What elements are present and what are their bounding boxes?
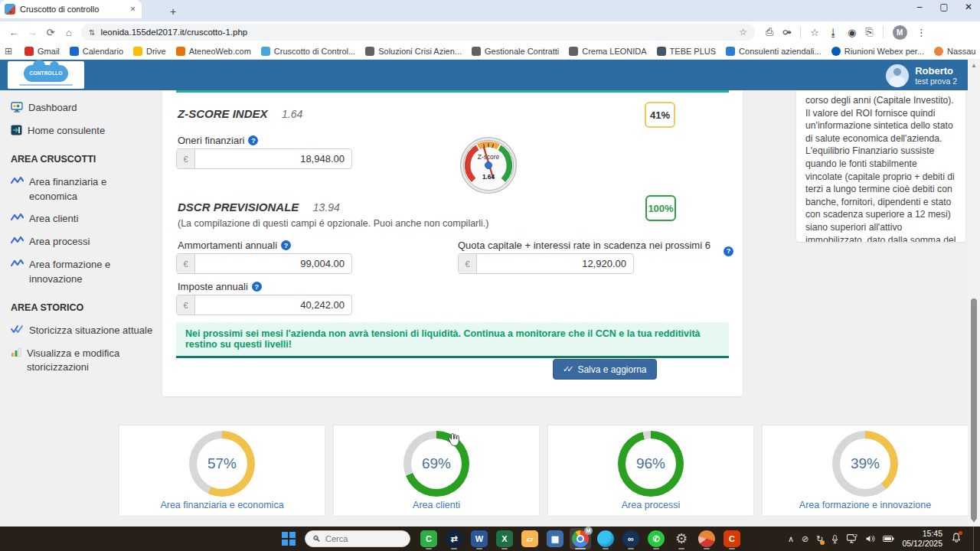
new-tab-button[interactable]: + [170,5,176,18]
show-desktop-button[interactable] [973,527,975,551]
window-close-button[interactable]: ✕ [963,2,974,12]
battery-icon[interactable] [883,535,894,543]
kpi-card-clienti[interactable]: 69% Area clienti [333,425,540,517]
tab-search-chevron-icon[interactable]: ⌄ [5,5,17,18]
sidebar-item-area-clienti[interactable]: Area clienti [11,212,153,227]
globe-icon [365,47,374,56]
taskbar-app-pinwheel[interactable] [696,528,717,549]
tab-close-icon[interactable]: × [129,4,137,15]
bookmark-star-icon[interactable]: ☆ [739,27,747,37]
scroll-up-arrow[interactable]: ▲ [971,62,977,69]
sidebar-item-area-finanziaria[interactable]: Area finanziaria e economica [11,175,153,204]
kpi-label[interactable]: Area processi [622,500,680,510]
kpi-card-finanziaria[interactable]: 57% Area finanziaria e economica [119,425,325,517]
apps-grid-icon[interactable]: ⊞ [5,46,12,57]
url-text[interactable]: leonida.155del2017.it/cruscotto-1.php [100,28,733,37]
sidebar-item-area-processi[interactable]: Area processi [11,235,153,249]
ammortamenti-input[interactable]: € 99,004.00 [176,253,352,274]
tray-blocked-icon[interactable]: ⊘ [802,535,808,543]
bookmark-tebe-plus[interactable]: TEBE PLUS [657,47,717,56]
window-maximize-button[interactable]: ▢ [939,2,949,12]
taskbar-app-edge[interactable] [595,528,616,549]
home-icon[interactable]: ⌂ [60,27,78,38]
taskbar-app-word[interactable]: W [469,528,490,549]
bookmark-calendario[interactable]: Calendario [70,47,123,56]
taskbar-app-file-explorer[interactable]: ▱ [519,528,541,549]
kpi-card-formazione[interactable]: 39% Area formazione e innovazione [762,425,969,517]
taskbar-clock[interactable]: 15:45 05/12/2025 [902,529,942,549]
bookmark-cruscotto[interactable]: Cruscotto di Control... [261,47,355,56]
sidebar-item-home-consulente[interactable]: Home consulente [11,124,153,139]
save-button[interactable]: ✓✓ Salva e aggiorna [553,359,657,380]
taskbar-app-camtasia[interactable]: C [418,528,439,549]
address-bar[interactable]: ⇅ leonida.155del2017.it/cruscotto-1.php … [81,24,755,41]
tray-chevron-icon[interactable]: ∧ [788,535,794,543]
sidebar-item-area-formazione[interactable]: Area formazione e innovazione [11,258,153,287]
extensions-icon[interactable]: ⚩ [782,27,791,38]
page-scrollbar[interactable]: ▲ ▼ [968,60,980,527]
sidebar-item-visualizza[interactable]: Visualizza e modifica storicizzazioni [11,347,153,376]
browser-toolbar: ← → ⟳ ⌂ ⇅ leonida.155del2017.it/cruscott… [0,21,980,43]
browser-tab[interactable]: Cruscotto di controllo × [0,0,142,18]
taskbar-search[interactable]: 🔍︎ [305,530,410,547]
camera-icon[interactable]: ⎙ [766,26,773,38]
user-block[interactable]: Roberto test prova 2 [886,64,957,87]
taskbar-app-webex[interactable]: ∞ [620,528,642,549]
sidebar-item-dashboard[interactable]: Dashboard [11,101,153,116]
taskbar-app-chrome[interactable]: M [570,528,591,549]
bookmark-drive[interactable]: Drive [133,47,166,56]
bookmark-crema-leonida[interactable]: Crema LEONIDA [569,47,646,56]
bookmark-webex[interactable]: Riunioni Webex per... [831,47,924,56]
help-icon[interactable]: ? [248,135,258,145]
kpi-label[interactable]: Area formazione e innovazione [799,500,931,510]
scrollbar-thumb[interactable] [971,298,977,520]
help-icon[interactable]: ? [281,240,291,250]
bookmark-gmail[interactable]: Gmail [24,47,60,56]
scroll-down-arrow[interactable]: ▼ [971,517,977,524]
site-info-icon[interactable]: ⇅ [89,28,95,37]
back-icon[interactable]: ← [5,27,23,38]
window-minimize-button[interactable]: – [914,2,925,12]
quota-capitale-input[interactable]: € 12,920.00 [458,253,634,274]
forward-icon[interactable]: → [23,27,41,38]
taskbar-app-calculator[interactable]: ▦ [544,528,566,549]
bookmark-ateneoweb[interactable]: AteneoWeb.com [176,47,251,56]
app-logo[interactable]: CONTROLLO [8,61,84,89]
kpi-card-processi[interactable]: 96% Area processi [547,425,754,517]
taskbar-app-excel[interactable]: X [494,528,515,549]
kpi-label[interactable]: Area clienti [413,500,460,510]
sidebar-item-storicizza[interactable]: Storicizza situazione attuale [11,324,153,338]
display-icon[interactable] [847,534,858,543]
donut-percent: 39% [840,439,890,489]
taskbar-app-settings[interactable]: ⚙ [671,528,692,549]
browser-menu-icon[interactable]: ⋮ [916,27,926,38]
oneri-finanziari-input[interactable]: € 18,948.00 [176,148,352,169]
reading-mode-icon[interactable]: ◉ [848,27,856,38]
help-icon[interactable]: ? [724,246,733,256]
windows-start-button[interactable] [282,532,296,546]
zscore-gauge: Z-score 1.64 [459,136,518,194]
search-input[interactable] [325,534,394,543]
taskbar-app-red-c[interactable]: C [721,528,743,549]
zscore-heading: Z-SCORE INDEX 1.64 [178,107,302,121]
microphone-icon[interactable] [831,534,839,544]
pinwheel-app-icon [698,530,715,547]
bookmark-nassau[interactable]: Nassau [934,47,975,56]
profile-avatar[interactable]: M [893,25,907,40]
bookmark-gestionale-contratti[interactable]: Gestionale Contratti [472,47,559,56]
imposte-input[interactable]: € 40,242.00 [176,295,352,315]
taskbar-app-whatsapp[interactable]: ✆ [645,528,667,549]
side-panel-icon[interactable]: ⎘ [865,26,873,38]
bookmark-soluzioni-crisi[interactable]: Soluzioni Crisi Azien... [365,47,462,56]
kpi-label[interactable]: Area finanziaria e economica [160,500,283,510]
taskbar-app-teamviewer[interactable]: ⇄ [443,528,465,549]
reload-icon[interactable]: ⟳ [41,27,60,38]
main-panel: Z-SCORE INDEX 1.64 41% Oneri finanziari … [162,90,743,396]
bookmark-consulenti[interactable]: Consulenti aziendali... [726,47,822,56]
help-icon[interactable]: ? [252,282,262,292]
favorites-icon[interactable]: ☆ [810,27,819,38]
notifications-bell[interactable] [952,532,961,546]
speaker-icon[interactable] [865,534,875,543]
downloads-icon[interactable]: ⭳ [828,27,838,38]
tray-sync-icon[interactable]: ↻ [816,535,823,543]
